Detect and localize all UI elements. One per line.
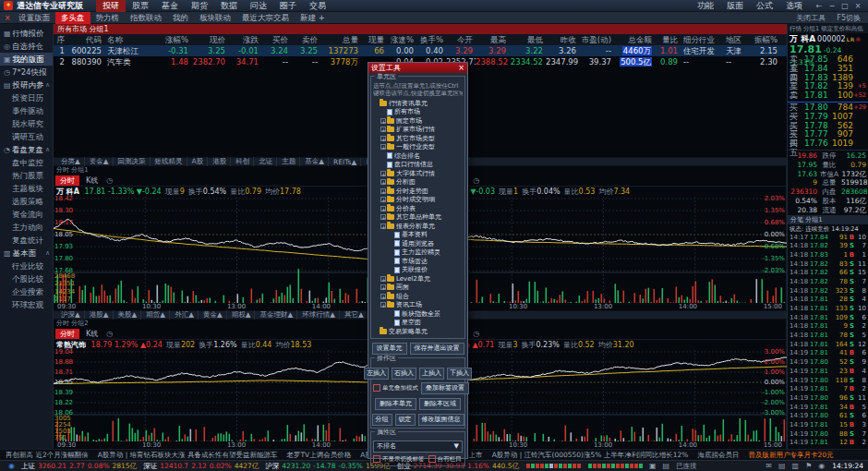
tree-item-主力监控精灵[interactable]: 主力监控精灵 <box>373 248 463 258</box>
sidebar-item-行业比较[interactable]: 行业比较 <box>0 260 53 272</box>
column-header[interactable]: 序 <box>54 34 67 45</box>
column-header[interactable]: 涨幅% <box>158 34 191 45</box>
tree-item-分时成交明细[interactable]: +分时成交明细 <box>373 196 463 205</box>
column-header[interactable]: 振幅% <box>749 34 780 45</box>
dialog-title-bar[interactable]: 设置工具 × <box>368 63 467 73</box>
expand-icon[interactable]: + <box>380 302 386 308</box>
tree-item-通用浏览器[interactable]: 通用浏览器 <box>373 239 463 248</box>
insert-button[interactable]: 上插入 <box>419 368 444 380</box>
menu-股票[interactable]: 股票 <box>126 0 155 12</box>
right-menu-版面[interactable]: 版面 <box>720 0 750 12</box>
layout-tab[interactable]: 多头盘 <box>55 12 90 24</box>
layout-tab[interactable]: 我的 <box>167 12 194 24</box>
tree-item-行情资讯单元[interactable]: 行情资讯单元 <box>373 99 463 108</box>
column-header[interactable]: 代码 <box>67 34 104 45</box>
sidebar-item-我的版面[interactable]: ▣我的版面 <box>0 53 53 66</box>
column-header[interactable]: 总金额 <box>614 34 655 45</box>
sidebar-item-盘中监控[interactable]: 盘中监控 <box>0 156 53 169</box>
menu-问达[interactable]: 问达 <box>244 0 273 12</box>
chart-tab-K线[interactable]: K线 <box>81 175 102 186</box>
tree-item-交易策略单元[interactable]: 交易策略单元 <box>373 327 463 336</box>
ticker-segment[interactable]: 老罗TV上调会员价格 <box>286 451 351 460</box>
props-checkbox[interactable] <box>373 455 380 463</box>
layout-tab[interactable]: 板块联动 <box>194 12 236 24</box>
category-tab[interactable]: 期货▲ <box>142 310 170 320</box>
expand-icon[interactable]: + <box>380 118 386 124</box>
column-header[interactable]: 名称 <box>104 34 158 45</box>
chart-tab-K线[interactable]: K线 <box>81 329 102 339</box>
misc-button[interactable]: 修改版面信息 <box>418 414 464 426</box>
ticker-segment[interactable]: 再创新高 近2个月涨幅翻倍 <box>6 451 89 460</box>
category-tab[interactable]: 科创 <box>232 157 254 166</box>
tree-item-关联报价[interactable]: 关联报价 <box>373 266 463 275</box>
tree-item-星空图[interactable]: 星空图 <box>373 319 463 328</box>
delete-button[interactable]: 删除本单元 <box>375 398 416 410</box>
expand-icon[interactable]: + <box>380 197 386 202</box>
category-tab[interactable]: 回测决策 <box>115 157 151 166</box>
expand-icon[interactable]: + <box>380 214 386 220</box>
sidebar-item-看盘复盘[interactable]: ◔看盘复盘∧ <box>0 143 53 156</box>
sidebar-item-主力动向[interactable]: 主力动向 <box>0 221 53 234</box>
expand-icon[interactable]: + <box>380 206 386 211</box>
right-menu-功能[interactable]: 功能 <box>691 0 720 12</box>
misc-button[interactable]: 锁定 <box>395 414 416 426</box>
tree-item-组合[interactable]: +组合 <box>373 292 463 301</box>
category-tab[interactable]: 基金理财▲ <box>256 310 297 320</box>
sidebar-item-脱水研究[interactable]: 脱水研究 <box>0 117 53 130</box>
category-tab[interactable]: 基金▲ <box>301 157 329 166</box>
ticker-segment[interactable]: A股异动 | 江铃汽车(000550)涨5% 上半年净利润同比增长12% <box>492 451 689 460</box>
right-menu-选项[interactable]: 选项 <box>779 0 809 12</box>
menu-交易[interactable]: 交易 <box>303 0 332 12</box>
tree-item-大字体式行情[interactable]: +大字体式行情 <box>373 169 463 178</box>
sidebar-item-7*24快报[interactable]: ◷7*24快报 <box>0 66 53 78</box>
sidebar-item-环球宏观[interactable]: 环球宏观 <box>0 298 53 311</box>
overlay-tag-settings-button[interactable]: 叠加标签设置 <box>421 382 469 394</box>
category-tab[interactable]: 港股 <box>209 157 231 166</box>
tree-item-基本资料[interactable]: 基本资料 <box>373 231 463 240</box>
expand-icon[interactable]: + <box>380 223 386 229</box>
tree-item-资讯工场[interactable]: +资讯工场 <box>373 301 463 310</box>
column-header[interactable]: 总量 <box>320 34 361 45</box>
category-tab[interactable]: 黄金▲ <box>199 310 227 320</box>
right-menu-公式[interactable]: 公式 <box>750 0 779 12</box>
layout-tab[interactable]: 设置版面 <box>13 12 55 24</box>
column-header[interactable]: 今开 <box>446 34 476 45</box>
column-header[interactable]: 卖价 <box>291 34 320 45</box>
table-row[interactable]: 1600225天津松江-0.313.25-0.013.243.251372736… <box>54 45 787 56</box>
sidebar-item-复盘统计[interactable]: 复盘统计 <box>0 234 53 247</box>
expand-icon[interactable]: + <box>380 188 386 194</box>
tree-item-所有市场[interactable]: 所有市场 <box>373 108 463 117</box>
monitor-icon[interactable]: ▥ <box>792 462 800 470</box>
expand-icon[interactable]: + <box>380 284 386 290</box>
category-tab[interactable]: 外汇▲ <box>171 310 199 320</box>
globe-icon[interactable]: ◉ <box>818 462 825 470</box>
back-icon[interactable]: ← <box>813 2 826 10</box>
category-tab[interactable]: A股 <box>188 157 209 166</box>
category-tab[interactable]: 分类▲ <box>57 157 85 166</box>
flag-icon[interactable]: ⚑ <box>805 462 812 470</box>
mail-icon[interactable]: ✉ <box>766 462 772 470</box>
expand-icon[interactable]: + <box>380 276 386 282</box>
expand-icon[interactable]: + <box>380 136 386 141</box>
sidebar-item-投资日历[interactable]: 投资日历 <box>0 91 53 104</box>
rank-select[interactable]: 不排名▼ <box>373 441 463 453</box>
category-tab[interactable]: 其它▲ <box>341 310 368 320</box>
overlay-mode-checkbox[interactable] <box>373 384 380 392</box>
chart-tab-分时[interactable]: 分时 <box>55 175 79 186</box>
sidebar-item-热门股票[interactable]: 热门股票 <box>0 169 53 182</box>
column-header[interactable]: 昨收 <box>546 34 579 45</box>
ticker-segment[interactable]: 海底捞会员日 <box>698 451 740 460</box>
tree-item-画面[interactable]: +画面 <box>373 284 463 293</box>
sidebar-item-行情报价[interactable]: ▦行情报价 <box>0 27 53 40</box>
sidebar-item-调研互动[interactable]: 调研互动 <box>0 130 53 143</box>
close-icon[interactable]: × <box>851 2 864 10</box>
close-tool-button[interactable]: 关闭工具 <box>790 13 831 23</box>
column-header[interactable]: 涨速% <box>387 34 416 45</box>
insert-button[interactable]: 下插入 <box>447 368 472 380</box>
tree-item-报表分析单元[interactable]: +报表分析单元 <box>373 222 463 231</box>
panel-icon[interactable]: ▤ <box>778 462 786 470</box>
set-unit-button[interactable]: 设置单元 <box>372 343 407 355</box>
insert-button[interactable]: 右插入 <box>392 368 416 380</box>
tree-item-分时走势图[interactable]: +分时走势图 <box>373 187 463 196</box>
menu-投研[interactable]: 投研 <box>96 0 126 12</box>
